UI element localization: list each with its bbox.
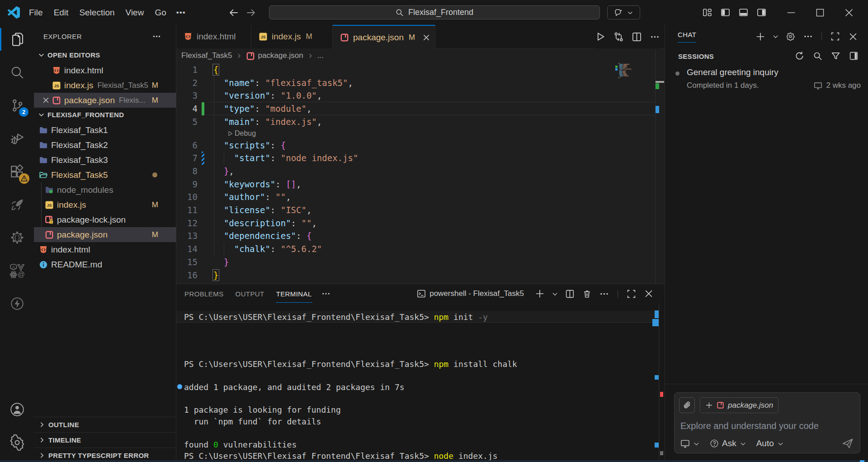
- section-timeline[interactable]: TIMELINE: [34, 432, 176, 448]
- minimap[interactable]: [618, 63, 632, 79]
- window-maximize-button[interactable]: [806, 0, 835, 25]
- nav-back-button[interactable]: [228, 8, 238, 18]
- open-editors-section-header[interactable]: OPEN EDITORS: [34, 48, 176, 62]
- chat-session-item[interactable]: General greeting inquiry Completed in 1 …: [665, 66, 868, 95]
- toggle-primary-sidebar-button[interactable]: [721, 8, 730, 17]
- breadcrumb-item[interactable]: ...: [317, 51, 324, 60]
- activity-bar-frameworks[interactable]: A@: [0, 257, 34, 284]
- activity-bar-code-tools[interactable]: {}: [0, 224, 34, 251]
- tree-item-Flexisaf_Task1[interactable]: Flexisaf_Task1: [34, 123, 176, 138]
- explorer-more-actions-button[interactable]: [151, 31, 162, 42]
- menu-view[interactable]: View: [120, 5, 150, 20]
- open-changes-button[interactable]: [612, 30, 625, 43]
- maximize-chat-button[interactable]: [829, 30, 842, 43]
- refresh-sessions-button[interactable]: [793, 49, 806, 62]
- codelens-debug[interactable]: Debug: [227, 129, 256, 138]
- window-minimize-button[interactable]: [777, 0, 806, 25]
- chat-settings-button[interactable]: [784, 30, 797, 43]
- menu-go[interactable]: Go: [149, 5, 171, 20]
- window-close-button[interactable]: [835, 0, 863, 25]
- tree-item-package-json[interactable]: package.jsonM: [34, 227, 176, 242]
- panel-tab-terminal[interactable]: TERMINAL: [270, 284, 318, 303]
- terminal-dropdown-button[interactable]: [551, 288, 559, 300]
- send-button[interactable]: [841, 437, 854, 450]
- activity-bar-thunder[interactable]: [0, 291, 34, 317]
- terminal-ruler-border: [659, 303, 659, 461]
- activity-bar-account[interactable]: [0, 396, 34, 423]
- chat-input[interactable]: package.json Explore and understand your…: [674, 392, 860, 453]
- menu-edit[interactable]: Edit: [48, 5, 74, 20]
- tree-item-package-lock-json[interactable]: package-lock.json: [34, 212, 176, 227]
- kill-terminal-button[interactable]: [581, 288, 593, 300]
- panel-tab-output[interactable]: OUTPUT: [230, 284, 270, 303]
- tree-item-README-md[interactable]: README.md: [34, 257, 176, 272]
- open-editor-index-html[interactable]: index.html: [34, 63, 176, 78]
- close-editor-button[interactable]: [39, 96, 52, 105]
- activity-bar-settings[interactable]: [0, 429, 34, 456]
- activity-bar-source-control[interactable]: 2: [0, 92, 34, 119]
- panel-tab-problems[interactable]: PROBLEMS: [179, 284, 230, 303]
- section-outline[interactable]: OUTLINE: [34, 417, 176, 432]
- menu-selection[interactable]: Selection: [74, 5, 120, 20]
- activity-bar-rocket[interactable]: [0, 191, 34, 218]
- activity-bar-run-debug[interactable]: [0, 125, 34, 152]
- editor-more-actions-button[interactable]: [648, 30, 661, 43]
- activity-bar-extensions[interactable]: [0, 158, 34, 185]
- filter-sessions-button[interactable]: [829, 49, 842, 62]
- close-panel-button[interactable]: [642, 288, 655, 300]
- command-center-search[interactable]: Flexisaf_Frontend: [269, 5, 600, 19]
- close-chat-button[interactable]: [846, 30, 859, 43]
- new-terminal-button[interactable]: [533, 288, 546, 300]
- terminal-output[interactable]: PS C:\Users\USER\Flexisaf_Frontend\Flexi…: [176, 303, 659, 461]
- tree-item-index-html[interactable]: index.html: [34, 242, 176, 257]
- tree-item-label: node_modules: [57, 185, 113, 195]
- tree-item-index-js[interactable]: JSindex.jsM: [34, 197, 176, 212]
- chat-surface-selector[interactable]: [680, 439, 700, 448]
- sessions-view-layout-button[interactable]: [847, 49, 860, 62]
- breadcrumb-item[interactable]: package.json: [258, 51, 303, 60]
- chevron-down-icon: [772, 33, 779, 40]
- tree-item-node_modules[interactable]: node_modules: [34, 182, 176, 197]
- context-chip-package-json[interactable]: package.json: [700, 397, 778, 413]
- tree-item-Flexisaf_Task3[interactable]: Flexisaf_Task3: [34, 152, 176, 167]
- toggle-secondary-sidebar-button[interactable]: [757, 8, 766, 17]
- tree-item-Flexisaf_Task5[interactable]: Flexisaf_Task5: [34, 167, 176, 182]
- chat-more-actions-button[interactable]: [802, 30, 815, 43]
- chevron-down-icon: [627, 10, 633, 16]
- open-editor-index-js[interactable]: JSindex.jsFlexisaf_Task5M: [34, 78, 176, 93]
- new-chat-button[interactable]: [754, 30, 767, 43]
- copilot-button[interactable]: [607, 5, 640, 19]
- nav-forward-button[interactable]: [246, 8, 256, 18]
- toggle-panel-button[interactable]: [739, 8, 748, 17]
- search-sessions-button[interactable]: [811, 49, 824, 62]
- chat-model-selector[interactable]: Auto: [756, 438, 784, 448]
- panel-more-actions-button[interactable]: [598, 288, 610, 300]
- activity-bar-explorer[interactable]: [0, 26, 34, 52]
- workspace-section-header[interactable]: FLEXISAF_FRONTEND: [34, 107, 176, 122]
- tab-index-html[interactable]: index.html: [176, 25, 251, 48]
- tab-index-js[interactable]: JSindex.jsM: [251, 25, 333, 48]
- breadcrumb-item[interactable]: Flexisaf_Task5: [181, 51, 232, 60]
- customize-layout-button[interactable]: [703, 8, 712, 17]
- activity-bar-search[interactable]: [0, 59, 34, 86]
- send-icon: [842, 438, 854, 449]
- terminal-command-decoration[interactable]: [177, 384, 182, 389]
- new-chat-dropdown-button[interactable]: [771, 30, 779, 43]
- attach-context-button[interactable]: [679, 397, 695, 413]
- panel-more-tabs-button[interactable]: [321, 289, 330, 298]
- tab-package-json[interactable]: package.jsonM: [333, 25, 435, 49]
- menu-file[interactable]: File: [24, 5, 48, 20]
- tree-item-Flexisaf_Task2[interactable]: Flexisaf_Task2: [34, 138, 176, 152]
- menu-more-button[interactable]: •••: [172, 5, 190, 20]
- open-editor-package-json[interactable]: package.jsonFlexis...M: [34, 93, 176, 108]
- run-code-button[interactable]: [594, 30, 607, 43]
- svg-text:JS: JS: [47, 203, 52, 208]
- chat-tab[interactable]: CHAT: [678, 31, 696, 43]
- terminal-shell-selector[interactable]: powershell - Flexisaf_Task5: [417, 289, 524, 298]
- maximize-panel-button[interactable]: [625, 288, 637, 300]
- split-terminal-button[interactable]: [564, 288, 576, 300]
- close-tab-button[interactable]: [421, 32, 432, 43]
- code-editor[interactable]: 1{2"name": "flexisaf_task5",3"version": …: [176, 63, 665, 284]
- chat-mode-selector[interactable]: Ask: [710, 438, 746, 448]
- split-editor-button[interactable]: [630, 30, 643, 43]
